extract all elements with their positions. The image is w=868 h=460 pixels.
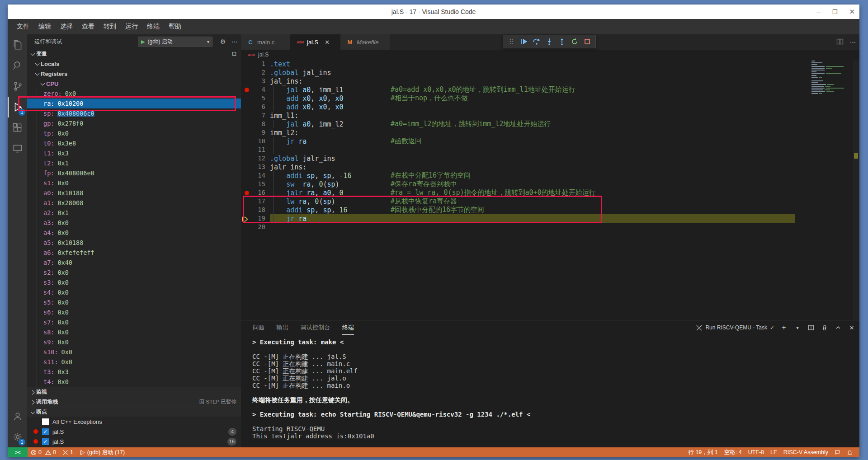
breakpoint-dot-icon[interactable] — [245, 191, 249, 195]
register-row-sp[interactable]: sp:0x408006c0 — [27, 108, 241, 118]
line-gutter[interactable]: 7 — [241, 111, 270, 120]
register-row-s3[interactable]: s3:0x0 — [27, 277, 241, 287]
menu-item-文件[interactable]: 文件 — [12, 21, 34, 33]
collapse-all-icon[interactable]: ⊟ — [232, 51, 236, 57]
register-row-s10[interactable]: s10:0x0 — [27, 347, 241, 357]
code-text[interactable]: jr ra — [270, 137, 391, 146]
register-row-s4[interactable]: s4:0x0 — [27, 287, 241, 297]
close-icon[interactable]: ✕ — [325, 39, 330, 46]
settings-gear-icon[interactable]: 1 — [8, 427, 27, 447]
step-over-button[interactable] — [531, 36, 542, 47]
register-row-a5[interactable]: a5:0x10188 — [27, 238, 241, 248]
callstack-section-header[interactable]: 调用堆栈 因 STEP 已暂停 — [27, 397, 241, 407]
account-icon[interactable] — [8, 406, 27, 427]
register-row-s9[interactable]: s9:0x0 — [27, 337, 241, 347]
register-row-gp[interactable]: gp:0x278f0 — [27, 118, 241, 128]
debug-session-status[interactable]: (gdb) 启动 (17) — [76, 447, 128, 457]
menu-item-查看[interactable]: 查看 — [77, 21, 99, 33]
code-line-2[interactable]: 2.global jal_ins — [241, 68, 859, 77]
restore-button[interactable]: ❐ — [832, 9, 838, 15]
code-text[interactable]: jr ra — [270, 215, 391, 223]
register-row-s6[interactable]: s6:0x0 — [27, 307, 241, 317]
breakpoints-section-header[interactable]: 断点 — [27, 407, 241, 417]
breakpoint-dot-icon[interactable] — [245, 88, 249, 92]
more-actions-icon[interactable]: ⋯ — [850, 39, 856, 46]
line-gutter[interactable]: 9 — [241, 128, 270, 137]
code-text[interactable]: imm_l2: — [270, 129, 391, 137]
register-row-a1[interactable]: a1:0x28008 — [27, 198, 241, 208]
register-row-ra[interactable]: ra:0x10200 — [27, 99, 241, 108]
continue-button[interactable] — [519, 36, 529, 47]
more-actions-icon[interactable]: ⋯ — [230, 37, 240, 47]
line-gutter[interactable]: 17 — [241, 197, 270, 206]
registers-tree-item[interactable]: Registers — [27, 69, 241, 79]
code-text[interactable]: .global jalr_ins — [270, 155, 391, 163]
code-editor[interactable]: 1.text2.global jal_ins3jal_ins:4 jal a0,… — [241, 60, 859, 320]
watch-section-header[interactable]: 监视 — [27, 387, 241, 397]
code-text[interactable]: .global jal_ins — [270, 69, 391, 77]
code-line-11[interactable]: 11 — [241, 146, 859, 154]
register-row-a6[interactable]: a6:0xfefefeff — [27, 248, 241, 258]
code-line-15[interactable]: 15 sw ra, 0(sp)#保存ra寄存器到栈中 — [241, 180, 859, 188]
indentation-status[interactable]: 空格: 4 — [721, 447, 745, 457]
split-editor-icon[interactable] — [836, 38, 844, 47]
menu-item-选择[interactable]: 选择 — [56, 21, 77, 33]
code-text[interactable]: imm_l1: — [270, 112, 391, 120]
line-gutter[interactable]: 16 — [241, 188, 270, 197]
code-text[interactable]: add x0, x0, x0 — [270, 94, 391, 103]
line-gutter[interactable]: 1 — [241, 60, 270, 68]
line-gutter[interactable]: 13 — [241, 163, 270, 171]
line-gutter[interactable]: 14 — [241, 171, 270, 180]
register-row-tp[interactable]: tp:0x0 — [27, 128, 241, 138]
problems-status[interactable]: 0 0 — [28, 447, 59, 457]
code-line-20[interactable]: 20 — [241, 223, 859, 231]
register-row-s2[interactable]: s2:0x0 — [27, 268, 241, 277]
extensions-icon[interactable] — [8, 117, 27, 138]
code-text[interactable]: lw ra, 0(sp) — [270, 197, 391, 206]
panel-tab-终端[interactable]: 终端 — [342, 320, 354, 335]
search-icon[interactable] — [8, 55, 27, 76]
code-text[interactable]: jal a0, imm_l2 — [270, 120, 391, 128]
minimap[interactable] — [811, 61, 853, 97]
register-row-a3[interactable]: a3:0x0 — [27, 218, 241, 228]
line-gutter[interactable]: 20 — [241, 223, 270, 231]
maximize-panel-icon[interactable] — [834, 324, 842, 332]
code-text[interactable]: .text — [270, 60, 391, 68]
menu-item-编辑[interactable]: 编辑 — [34, 21, 56, 33]
remote-indicator[interactable]: >< — [8, 447, 28, 457]
running-tasks-status[interactable]: 1 — [59, 447, 76, 457]
register-row-zero[interactable]: zero:0x0 — [27, 89, 241, 99]
terminal-dropdown-icon[interactable]: ▾ — [793, 324, 802, 332]
encoding-status[interactable]: UTF-8 — [745, 447, 767, 457]
code-line-6[interactable]: 6 add x0, x0, x0 — [241, 103, 859, 111]
panel-tab-问题[interactable]: 问题 — [253, 320, 265, 335]
code-text[interactable]: sw ra, 0(sp) — [270, 180, 391, 188]
code-line-5[interactable]: 5 add x0, x0, x0#相当于nop，什么也不做 — [241, 94, 859, 103]
register-row-s8[interactable]: s8:0x0 — [27, 327, 241, 337]
terminal-task-entry[interactable]: Run RISCV-QEMU - Task ✓ — [696, 324, 774, 331]
stop-button[interactable] — [582, 36, 593, 47]
breakpoint-checkbox[interactable]: ✓ — [42, 428, 49, 435]
register-row-t0[interactable]: t0:0x3e8 — [27, 138, 241, 148]
code-line-8[interactable]: 8 jal a0, imm_l2#a0=imm_l2的地址，跳转到imm_l2地… — [241, 120, 859, 128]
locals-tree-item[interactable]: Locals — [27, 59, 241, 69]
code-line-18[interactable]: 18 addi sp, sp, 16#回收栈中分配的16字节的空间 — [241, 206, 859, 214]
register-row-t4[interactable]: t4:0x0 — [27, 377, 241, 387]
step-into-button[interactable] — [544, 36, 555, 47]
close-button[interactable]: ✕ — [849, 8, 855, 16]
code-line-12[interactable]: 12.global jalr_ins — [241, 154, 859, 163]
register-row-fp[interactable]: fp:0x408006e0 — [27, 168, 241, 178]
register-row-s7[interactable]: s7:0x0 — [27, 317, 241, 327]
code-text[interactable]: jalr_ins: — [270, 163, 391, 171]
line-gutter[interactable]: 5 — [241, 94, 270, 103]
code-text[interactable]: addi sp, sp, 16 — [270, 206, 391, 214]
breakpoint-row[interactable]: ✓jal.S4 — [27, 427, 241, 437]
line-gutter[interactable]: 4 — [241, 85, 270, 94]
tab-jal.S[interactable]: ASMjal.S✕ — [291, 34, 340, 50]
terminal-output[interactable]: > Executing task: make < CC -[M] 正在构建 ..… — [241, 335, 859, 440]
minimize-button[interactable]: – — [816, 8, 820, 16]
register-row-s5[interactable]: s5:0x0 — [27, 297, 241, 307]
cursor-position-status[interactable]: 行 19，列 1 — [685, 447, 721, 457]
code-line-3[interactable]: 3jal_ins: — [241, 77, 859, 85]
line-gutter[interactable]: 3 — [241, 77, 270, 85]
